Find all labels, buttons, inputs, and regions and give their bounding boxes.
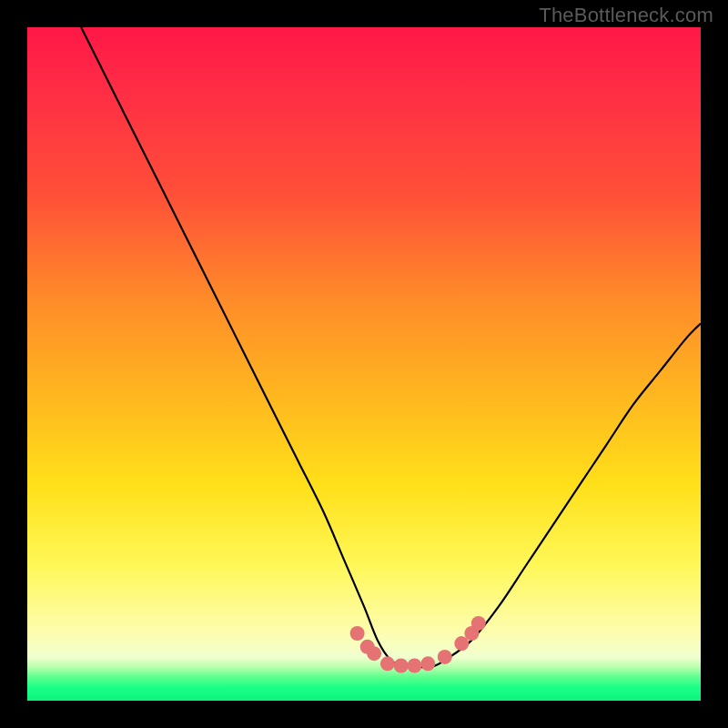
marker-flat-2	[394, 659, 409, 673]
marker-flat-4	[420, 656, 435, 671]
chart-plot-area	[27, 27, 701, 701]
chart-svg	[27, 27, 701, 701]
marker-flat-3	[408, 659, 422, 673]
bottleneck-curve-path	[81, 27, 701, 668]
marker-flat-1	[380, 656, 395, 671]
chart-frame: TheBottleneck.com	[0, 0, 728, 728]
bottleneck-curve-group	[81, 27, 701, 668]
watermark-text: TheBottleneck.com	[539, 4, 713, 27]
marker-left-cluster-3	[367, 646, 381, 661]
marker-left-cluster-1	[350, 626, 365, 641]
marker-right-gap-1	[438, 650, 452, 664]
marker-right-cluster-3	[471, 616, 486, 631]
